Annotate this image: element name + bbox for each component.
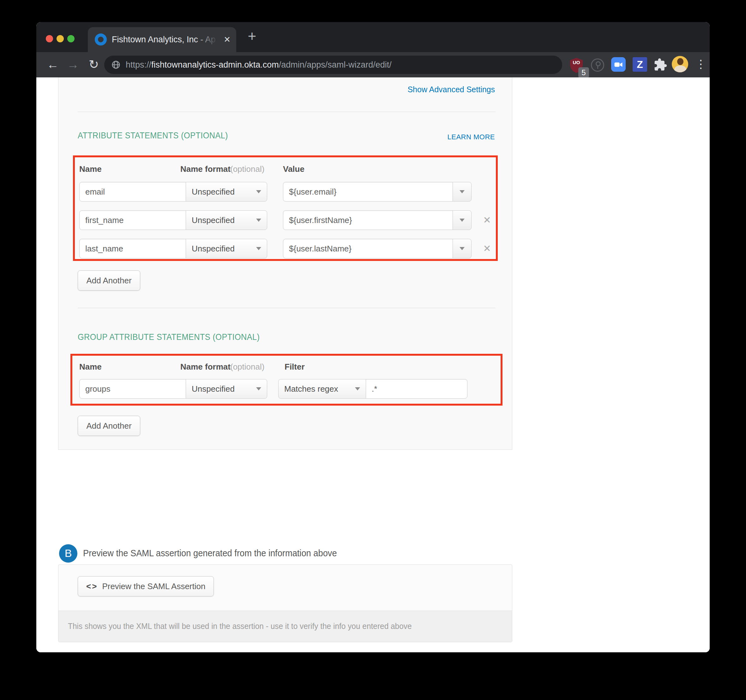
attribute-statements-heading: ATTRIBUTE STATEMENTS (OPTIONAL) [78,131,228,141]
name-format-value: Unspecified [192,187,235,197]
browser-toolbar: ← → ↻ https://fishtownanalytics-admin.ok… [36,52,710,77]
add-another-attribute-button[interactable]: Add Another [78,270,140,291]
learn-more-link[interactable]: LEARN MORE [448,133,495,141]
add-another-group-attribute-button[interactable]: Add Another [78,416,140,436]
attribute-row: Unspecified [75,182,496,202]
attribute-value-input[interactable] [283,182,453,202]
back-icon[interactable]: ← [44,56,62,74]
name-format-select[interactable]: Unspecified [186,182,267,202]
preview-assertion-panel: <> Preview the SAML Assertion This shows… [58,565,512,642]
name-format-select[interactable]: Unspecified [186,211,267,230]
z-extension-icon[interactable]: Z [633,57,647,72]
remove-row-icon[interactable]: ✕ [482,243,492,254]
onepassword-extension-icon[interactable] [591,59,604,72]
col-header-name-format: Name format [180,164,230,174]
group-attribute-row: Unspecified Matches regex [72,379,501,399]
zoom-extension-icon[interactable] [611,57,626,72]
tab-close-icon[interactable]: ✕ [224,35,230,45]
value-dropdown-button[interactable] [453,239,472,258]
chevron-down-icon [460,218,465,222]
col-header-value: Value [283,164,304,174]
name-format-value: Unspecified [192,384,235,394]
filter-value-input[interactable] [366,379,468,399]
chevron-down-icon [355,387,360,390]
url-host: fishtownanalytics-admin.okta.com [151,60,279,69]
minimize-window-button[interactable] [57,35,64,42]
preview-saml-assertion-button[interactable]: <> Preview the SAML Assertion [78,576,214,596]
chevron-down-icon [256,387,261,390]
section-divider [78,308,496,308]
col-header-name: Name [79,164,102,174]
group-attribute-statements-heading: GROUP ATTRIBUTE STATEMENTS (OPTIONAL) [78,332,260,342]
annotation-box-group-attribute-statements: Name Name format (optional) Filter Unspe… [71,354,502,406]
reload-icon[interactable]: ↻ [85,56,103,74]
fullscreen-window-button[interactable] [67,35,75,42]
attribute-name-input[interactable] [79,211,186,230]
extensions-puzzle-icon[interactable] [653,58,667,73]
attribute-row: Unspecified ✕ [75,211,496,230]
new-tab-button[interactable]: + [243,28,261,45]
attribute-row: Unspecified ✕ [75,239,496,258]
col-header-optional: (optional) [230,164,264,174]
chevron-down-icon [460,190,465,193]
url-text: https://fishtownanalytics-admin.okta.com… [126,60,392,70]
avatar-body [674,65,686,72]
profile-avatar[interactable] [672,56,688,72]
page-content: Show Advanced Settings ATTRIBUTE STATEME… [36,77,710,652]
site-info-globe-icon[interactable] [111,60,121,69]
chevron-down-icon [256,218,261,222]
preview-button-label: Preview the SAML Assertion [102,581,205,591]
chevron-down-icon [460,247,465,250]
name-format-value: Unspecified [192,215,235,225]
attribute-name-input[interactable] [79,182,186,202]
forward-icon[interactable]: → [64,56,82,74]
attribute-name-input[interactable] [79,239,186,258]
preview-note-text: This shows you the XML that will be used… [68,621,412,631]
remove-row-icon[interactable]: ✕ [482,215,492,226]
value-dropdown-button[interactable] [453,182,472,202]
url-path: /admin/apps/saml-wizard/edit/ [279,60,392,69]
filter-type-value: Matches regex [284,384,338,394]
browser-menu-icon[interactable]: ⋮ [695,56,707,72]
saml-settings-panel: Show Advanced Settings ATTRIBUTE STATEME… [58,77,512,450]
preview-section-heading: Preview the SAML assertion generated fro… [83,548,337,558]
browser-window: Fishtown Analytics, Inc - Applic ✕ + ← →… [36,22,710,652]
col-header-optional: (optional) [230,362,264,372]
name-format-select[interactable]: Unspecified [186,379,267,399]
preview-note-strip: This shows you the XML that will be used… [59,611,512,642]
name-format-select[interactable]: Unspecified [186,239,267,258]
filter-type-select[interactable]: Matches regex [278,379,366,399]
okta-favicon-icon [95,33,107,45]
annotation-box-attribute-statements: Name Name format (optional) Value Unspec… [73,155,498,261]
svg-text:UO: UO [573,60,580,65]
chevron-down-icon [256,190,261,193]
tab-strip: Fishtown Analytics, Inc - Applic ✕ + [36,22,710,52]
col-header-filter: Filter [284,362,305,372]
step-b-badge: B [59,544,77,563]
url-scheme: https:// [126,60,151,69]
code-icon: <> [86,581,98,591]
show-advanced-settings-link[interactable]: Show Advanced Settings [408,85,495,94]
name-format-value: Unspecified [192,244,235,254]
attribute-value-input[interactable] [283,239,453,258]
col-header-name: Name [79,362,102,372]
value-dropdown-button[interactable] [453,211,472,230]
col-header-name-format: Name format [180,362,230,372]
attribute-value-input[interactable] [283,211,453,230]
browser-tab[interactable]: Fishtown Analytics, Inc - Applic ✕ [88,27,236,52]
chevron-down-icon [256,247,261,250]
close-window-button[interactable] [46,35,53,42]
avatar-head [677,58,683,65]
tab-title-fade [195,32,217,49]
address-bar[interactable]: https://fishtownanalytics-admin.okta.com… [104,56,562,74]
section-divider [78,111,496,112]
ublock-badge: 5 [578,67,589,78]
group-name-input[interactable] [79,379,186,399]
